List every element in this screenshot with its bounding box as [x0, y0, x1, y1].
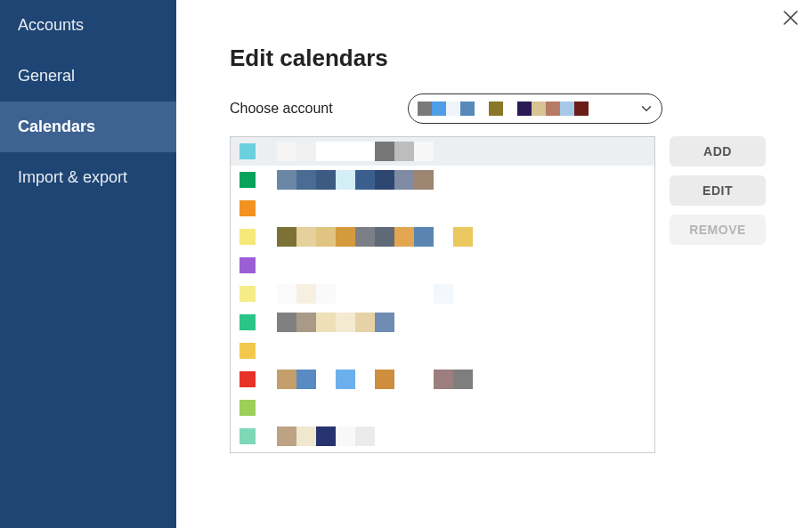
calendars-list-panel: [230, 136, 655, 453]
calendar-color-swatch: [240, 257, 256, 273]
calendar-color-swatch: [240, 229, 256, 245]
calendar-color-swatch: [240, 343, 256, 359]
account-select-value: [418, 102, 589, 116]
choose-account-label: Choose account: [230, 101, 381, 117]
account-swatch: [517, 102, 532, 116]
calendar-color-swatch: [240, 286, 256, 302]
sidebar: Accounts General Calendars Import & expo…: [0, 0, 176, 528]
calendar-row[interactable]: [231, 251, 654, 280]
calendar-row[interactable]: [231, 451, 654, 452]
calendar-row[interactable]: [231, 394, 654, 422]
account-swatch: [560, 102, 574, 116]
account-select[interactable]: [408, 93, 662, 124]
calendar-color-swatch: [240, 400, 256, 416]
calendars-content-row: ADD EDIT REMOVE: [230, 136, 776, 453]
action-buttons: ADD EDIT REMOVE: [670, 136, 766, 245]
account-swatch: [546, 102, 560, 116]
calendar-row[interactable]: [231, 194, 654, 223]
remove-button: REMOVE: [670, 215, 766, 245]
account-swatch: [574, 102, 589, 116]
calendar-color-swatch: [240, 428, 256, 444]
edit-button[interactable]: EDIT: [670, 175, 766, 206]
calendar-name: [277, 284, 453, 304]
chevron-down-icon: [637, 99, 656, 118]
account-swatch: [418, 102, 432, 116]
calendar-row[interactable]: [231, 137, 654, 166]
sidebar-item-calendars[interactable]: Calendars: [0, 102, 176, 152]
add-button[interactable]: ADD: [670, 136, 766, 167]
account-swatch: [503, 102, 517, 116]
calendar-color-swatch: [240, 371, 256, 387]
calendar-name: [277, 142, 434, 161]
calendars-list-scroll[interactable]: [231, 137, 654, 452]
page-title: Edit calendars: [230, 45, 776, 72]
main-content: Edit calendars Choose account ADD EDIT R…: [176, 0, 812, 528]
calendar-row[interactable]: [231, 365, 654, 394]
calendar-row[interactable]: [231, 166, 654, 194]
account-swatch: [475, 102, 489, 116]
calendar-name: [277, 426, 375, 446]
calendar-name: [277, 313, 394, 332]
calendar-row[interactable]: [231, 223, 654, 251]
choose-account-row: Choose account: [230, 93, 776, 124]
calendar-row[interactable]: [231, 422, 654, 451]
calendar-color-swatch: [240, 314, 256, 330]
account-swatch: [532, 102, 546, 116]
account-swatch: [460, 102, 475, 116]
calendar-color-swatch: [240, 200, 256, 216]
calendar-color-swatch: [240, 143, 256, 159]
calendar-name: [277, 170, 434, 190]
calendar-name: [277, 370, 473, 389]
account-swatch: [446, 102, 460, 116]
account-swatch: [432, 102, 446, 116]
sidebar-item-import-export[interactable]: Import & export: [0, 152, 176, 203]
sidebar-item-accounts[interactable]: Accounts: [0, 0, 176, 51]
calendar-name: [277, 227, 473, 247]
calendar-row[interactable]: [231, 280, 654, 308]
calendar-row[interactable]: [231, 308, 654, 337]
calendar-color-swatch: [240, 172, 256, 188]
calendar-row[interactable]: [231, 337, 654, 365]
sidebar-item-general[interactable]: General: [0, 51, 176, 102]
account-swatch: [489, 102, 503, 116]
